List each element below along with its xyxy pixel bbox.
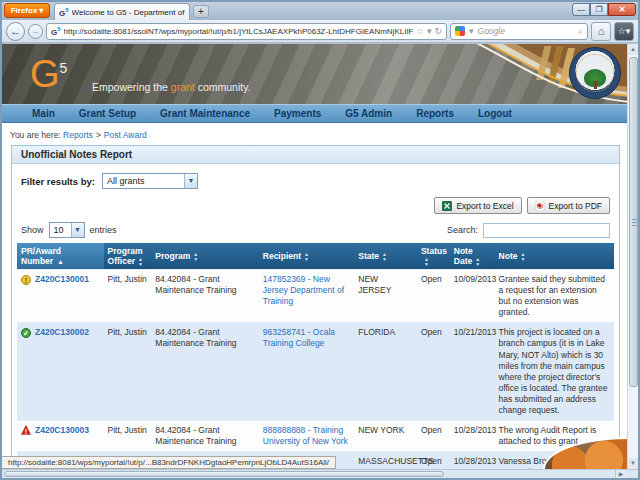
menu-item-payments[interactable]: Payments — [262, 108, 333, 119]
column-header-note[interactable]: Note▲▼ — [495, 243, 614, 270]
browser-toolbar: ← → G5 http://sodalite:8081/ssoINT/wps/m… — [2, 20, 638, 43]
program-cell: 84.42084 - Grant Maintenance Training — [151, 323, 258, 420]
state-cell: NEW YORK — [354, 420, 417, 451]
award-number-link[interactable]: Z420C130002 — [35, 327, 89, 337]
status-cell: Open — [417, 420, 450, 451]
green-check-icon: ✓ — [21, 328, 31, 338]
column-header-program-officer[interactable]: Program Officer▲▼ — [104, 243, 152, 270]
scroll-right-icon[interactable]: ▶ — [615, 470, 626, 478]
main-menu-bar: MainGrant SetupGrant MaintenancePayments… — [2, 104, 629, 123]
chevron-down-icon[interactable]: ▼ — [71, 223, 84, 237]
column-header-recipient[interactable]: Recipient▲▼ — [259, 243, 355, 270]
bookmarks-button[interactable]: ☆▾ — [614, 22, 634, 41]
column-header-note-date[interactable]: Note Date▲▼ — [450, 243, 495, 270]
sort-both-icon: ▲▼ — [424, 257, 429, 266]
filter-select[interactable]: All grants ▼ — [102, 173, 198, 189]
page-length-value: 10 — [54, 225, 64, 235]
column-header-state[interactable]: State▲▼ — [354, 243, 417, 270]
note-date-cell: 10/09/2013 — [450, 270, 495, 323]
menu-item-main[interactable]: Main — [20, 108, 67, 119]
vertical-scrollbar-thumb[interactable] — [629, 57, 638, 387]
note-date-cell: 10/21/2013 — [450, 323, 495, 420]
sort-both-icon: ▲▼ — [304, 252, 309, 261]
back-button[interactable]: ← — [6, 22, 25, 41]
award-cell: !Z420C130003 — [17, 420, 104, 451]
recipient-link[interactable]: 963258741 - Ocala Training College — [263, 327, 335, 348]
export-to-pdf-label: Export to PDF — [549, 201, 602, 211]
scroll-down-icon[interactable]: ▼ — [628, 458, 638, 469]
table-body: !Z420C130001Pitt, Justin84.42084 - Grant… — [17, 270, 614, 469]
g5-banner: G5 Empowering the grant community. — [2, 44, 629, 104]
g5-logo: G5 — [30, 48, 67, 94]
state-cell: NEW JERSEY — [354, 270, 417, 323]
recipient-link[interactable]: 888888888 - Training University of New Y… — [263, 425, 348, 446]
show-label: Show — [21, 225, 44, 235]
menu-item-grant-maintenance[interactable]: Grant Maintenance — [148, 108, 262, 119]
search-icon[interactable]: ⌕ — [578, 26, 583, 37]
table-row: !Z420C130001Pitt, Justin84.42084 - Grant… — [17, 270, 614, 323]
minimize-button[interactable]: — — [572, 3, 590, 16]
g5-tagline: Empowering the grant community. — [92, 81, 251, 93]
column-header-pr-award-number[interactable]: PR/Award Number▲ — [17, 243, 104, 270]
maximize-button[interactable]: ❐ — [590, 3, 608, 16]
menu-item-logout[interactable]: Logout — [466, 108, 524, 119]
award-number-link[interactable]: Z420C130001 — [35, 274, 89, 284]
g5-favicon: G5 — [59, 7, 69, 18]
url-dropdown-icon[interactable]: ▾ — [427, 26, 432, 36]
browser-tab[interactable]: G5 Welcome to G5 - Department of Educati… — [54, 3, 190, 20]
entries-label: entries — [90, 225, 117, 235]
show-entries-row: Show 10 ▼ entries Search: — [12, 218, 619, 243]
new-tab-button[interactable]: + — [193, 5, 209, 18]
home-button[interactable]: ⌂ — [591, 22, 611, 41]
pdf-icon — [535, 201, 545, 211]
forward-button[interactable]: → — [28, 24, 43, 39]
column-header-program[interactable]: Program▲▼ — [151, 243, 258, 270]
breadcrumb-prefix: You are here: — [10, 130, 61, 140]
url-text[interactable]: http://sodalite:8081/ssoINT/wps/myportal… — [64, 27, 413, 36]
firefox-menu-button[interactable]: Firefox ▾ — [4, 3, 50, 18]
reload-icon[interactable]: ↻ — [434, 26, 442, 36]
column-label: Recipient — [263, 251, 301, 261]
column-label: Note Date — [454, 246, 473, 266]
search-engine-box[interactable]: ▾ Google ⌕ — [450, 23, 588, 40]
breadcrumb-link[interactable]: Post Award — [104, 130, 147, 140]
vertical-scrollbar[interactable]: ▲ ▼ — [627, 44, 638, 469]
recipient-link[interactable]: 147852369 - New Jersey Department of Tra… — [263, 274, 344, 306]
export-to-pdf-button[interactable]: Export to PDF — [527, 197, 610, 214]
search-engine-label[interactable]: Google — [478, 26, 574, 36]
status-bar-link: http://sodalite:8081/wps/myportal/!ut/p/… — [2, 456, 336, 469]
recipient-cell: 963258741 - Ocala Training College — [259, 323, 355, 420]
table-search-input[interactable] — [483, 223, 610, 238]
export-to-excel-button[interactable]: Export to Excel — [434, 197, 521, 214]
browser-titlebar: Firefox ▾ G5 Welcome to G5 - Department … — [2, 2, 638, 20]
horizontal-scrollbar-thumb[interactable] — [4, 471, 444, 477]
award-number-link[interactable]: Z420C130003 — [35, 425, 89, 435]
excel-icon — [442, 201, 452, 211]
menu-item-g5-admin[interactable]: G5 Admin — [333, 108, 404, 119]
breadcrumb: You are here: Reports>Post Award — [2, 123, 629, 145]
note-cell: Grantee said they submitted a request fo… — [495, 270, 614, 323]
program-officer-cell: Pitt, Justin — [104, 323, 152, 420]
award-cell: ✓Z420C130002 — [17, 323, 104, 420]
page-length-select[interactable]: 10 ▼ — [49, 222, 85, 238]
address-bar[interactable]: G5 http://sodalite:8081/ssoINT/wps/mypor… — [46, 23, 447, 40]
state-cell: MASSACHUSETTS — [354, 451, 417, 469]
sort-asc-icon: ▲ — [57, 258, 63, 265]
scroll-up-icon[interactable]: ▲ — [628, 44, 638, 55]
chevron-down-icon[interactable]: ▼ — [184, 174, 197, 188]
program-officer-cell: Pitt, Justin — [104, 420, 152, 451]
column-header-status[interactable]: Status▲▼ — [417, 243, 450, 270]
search-engine-dropdown-icon[interactable]: ▾ — [469, 26, 474, 36]
sort-down-glyph: ▼ — [520, 257, 525, 262]
breadcrumb-link[interactable]: Reports — [63, 130, 93, 140]
menu-item-reports[interactable]: Reports — [404, 108, 466, 119]
note-cell: This project is located on a branch camp… — [495, 323, 614, 420]
browser-window: Firefox ▾ G5 Welcome to G5 - Department … — [0, 0, 640, 480]
horizontal-scrollbar[interactable]: ▶ — [2, 469, 638, 478]
bookmark-star-icon[interactable]: ☆ — [416, 26, 424, 36]
menu-item-grant-setup[interactable]: Grant Setup — [67, 108, 148, 119]
firefox-menu-label: Firefox — [11, 6, 38, 15]
breadcrumb-links: Reports>Post Award — [63, 130, 147, 140]
dept-of-education-seal — [569, 47, 621, 99]
close-button[interactable]: ✕ — [608, 3, 636, 16]
